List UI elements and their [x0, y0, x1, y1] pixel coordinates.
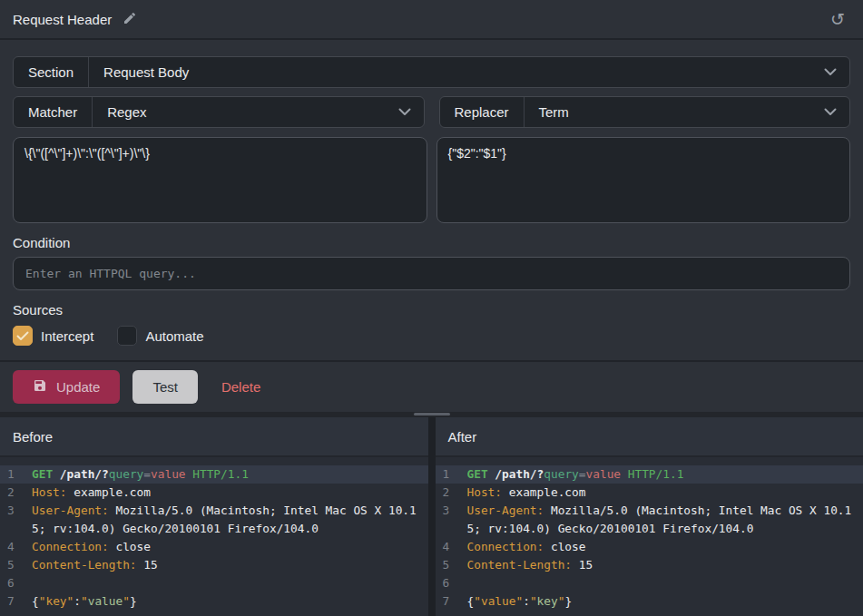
- line-content: Connection: close: [467, 538, 863, 556]
- line-content: User-Agent: Mozilla/5.0 (Macintosh; Inte…: [467, 502, 863, 538]
- rule-title: Request Header: [13, 12, 112, 27]
- line-content: Host: example.com: [32, 484, 428, 502]
- matcher-select-value: Regex: [93, 104, 397, 120]
- line-number: 4: [443, 538, 459, 556]
- after-panel: After 1GET /path/?query=value HTTP/1.12H…: [436, 417, 863, 616]
- panel-divider: [428, 417, 436, 616]
- matcher-pattern-input[interactable]: \{\"([^\"]+)\":\"([^\"]+)\"\}: [13, 137, 427, 223]
- match-replace-rule-editor: Request Header ↺ Section Request Body Ma…: [0, 0, 863, 616]
- checkbox-box[interactable]: [117, 326, 137, 346]
- line-number: 2: [7, 484, 24, 502]
- before-panel-title: Before: [13, 429, 53, 445]
- line-number: 5: [7, 556, 24, 574]
- sources-row: InterceptAutomate: [13, 326, 850, 360]
- automate-checkbox[interactable]: Automate: [117, 326, 203, 346]
- checkbox-label: Intercept: [41, 328, 93, 344]
- save-icon: [33, 378, 47, 396]
- line-number: 1: [443, 465, 459, 484]
- code-line: 6: [0, 574, 428, 592]
- code-line: 4Connection: close: [0, 538, 428, 556]
- line-number: 3: [7, 502, 24, 538]
- line-content: [32, 574, 428, 592]
- line-content: Host: example.com: [467, 484, 863, 502]
- before-panel: Before 1GET /path/?query=value HTTP/1.12…: [0, 417, 428, 616]
- line-number: 4: [7, 538, 24, 556]
- line-content: [467, 574, 863, 592]
- undo-icon: ↺: [830, 11, 845, 28]
- checkbox-box[interactable]: [13, 326, 33, 346]
- code-line: 7{"value":"key"}: [436, 592, 863, 611]
- delete-button[interactable]: Delete: [211, 370, 271, 404]
- sources-label: Sources: [13, 302, 850, 318]
- line-number: 7: [443, 592, 459, 611]
- line-number: 7: [7, 592, 24, 611]
- code-line: 6: [436, 574, 863, 592]
- condition-input[interactable]: [13, 257, 850, 290]
- code-line: 7{"key":"value"}: [0, 592, 428, 611]
- update-button-label: Update: [56, 379, 100, 395]
- rule-form: Section Request Body Matcher Regex Repla…: [0, 40, 863, 360]
- replacer-select-label: Replacer: [440, 97, 525, 127]
- edit-rule-name-button[interactable]: [123, 11, 137, 28]
- replacer-pattern-input[interactable]: {"$2":"$1"}: [436, 137, 851, 223]
- line-number: 1: [7, 465, 24, 484]
- code-line: 1GET /path/?query=value HTTP/1.1: [0, 465, 428, 484]
- checkbox-label: Automate: [145, 328, 203, 344]
- chevron-down-icon: [824, 68, 837, 76]
- line-number: 3: [443, 502, 459, 538]
- line-content: GET /path/?query=value HTTP/1.1: [32, 465, 428, 484]
- test-button[interactable]: Test: [132, 370, 198, 404]
- code-line: 5Content-Length: 15: [0, 556, 428, 574]
- before-panel-header: Before: [0, 417, 428, 457]
- replacer-select[interactable]: Replacer Term: [439, 96, 851, 128]
- update-button[interactable]: Update: [13, 370, 120, 404]
- code-line: 2Host: example.com: [436, 484, 863, 502]
- pencil-icon: [123, 11, 137, 28]
- line-content: GET /path/?query=value HTTP/1.1: [467, 465, 863, 484]
- line-number: 6: [7, 574, 24, 592]
- matcher-select[interactable]: Matcher Regex: [13, 96, 425, 128]
- line-content: User-Agent: Mozilla/5.0 (Macintosh; Inte…: [32, 502, 428, 538]
- chevron-down-icon: [398, 108, 411, 116]
- line-content: Content-Length: 15: [32, 556, 428, 574]
- matcher-select-label: Matcher: [14, 97, 93, 127]
- line-number: 2: [443, 484, 459, 502]
- code-line: 5Content-Length: 15: [436, 556, 863, 574]
- after-code-editor[interactable]: 1GET /path/?query=value HTTP/1.12Host: e…: [436, 457, 863, 616]
- line-content: Connection: close: [32, 538, 428, 556]
- after-panel-header: After: [436, 417, 863, 457]
- code-line: 3User-Agent: Mozilla/5.0 (Macintosh; Int…: [0, 502, 428, 538]
- code-line: 3User-Agent: Mozilla/5.0 (Macintosh; Int…: [436, 502, 863, 538]
- condition-label: Condition: [13, 235, 850, 250]
- line-content: Content-Length: 15: [467, 556, 863, 574]
- rule-header-bar: Request Header ↺: [0, 0, 863, 40]
- line-number: 6: [443, 574, 459, 592]
- before-code-editor[interactable]: 1GET /path/?query=value HTTP/1.12Host: e…: [0, 457, 428, 616]
- splitter-handle[interactable]: [414, 413, 450, 416]
- actions-bar: Update Test Delete: [0, 360, 863, 412]
- chevron-down-icon: [824, 108, 837, 116]
- code-line: 1GET /path/?query=value HTTP/1.1: [436, 465, 863, 484]
- code-line: 2Host: example.com: [0, 484, 428, 502]
- code-line: 4Connection: close: [436, 538, 863, 556]
- line-content: {"key":"value"}: [32, 592, 428, 611]
- check-icon: [16, 331, 29, 341]
- section-select-label: Section: [14, 57, 89, 87]
- reset-button[interactable]: ↺: [830, 11, 845, 28]
- line-content: {"value":"key"}: [467, 592, 863, 611]
- section-select-value: Request Body: [89, 64, 824, 80]
- replacer-select-value: Term: [525, 104, 824, 120]
- intercept-checkbox[interactable]: Intercept: [13, 326, 93, 346]
- horizontal-splitter[interactable]: [0, 412, 863, 417]
- after-panel-title: After: [448, 429, 477, 445]
- preview-area: Before 1GET /path/?query=value HTTP/1.12…: [0, 417, 863, 616]
- line-number: 5: [443, 556, 459, 574]
- section-select[interactable]: Section Request Body: [13, 56, 850, 88]
